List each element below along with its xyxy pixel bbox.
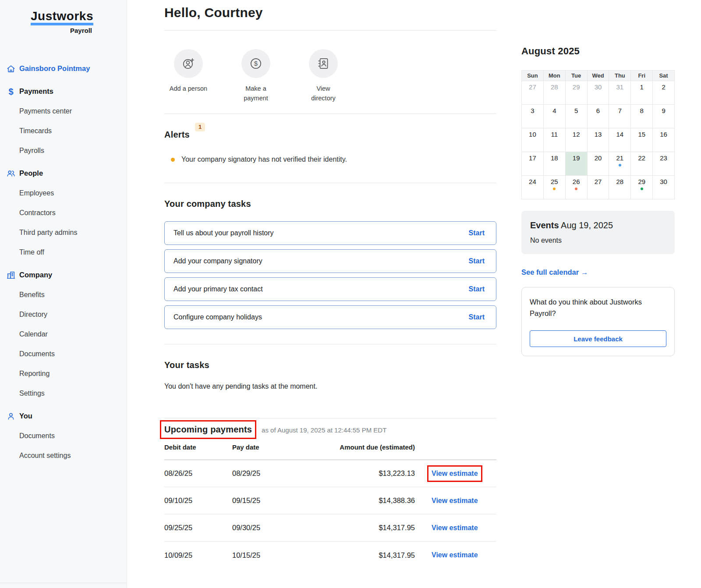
start-button[interactable]: Start: [469, 229, 485, 237]
divider: [164, 418, 496, 418]
sidebar-item-payments[interactable]: $Payments: [0, 81, 127, 101]
sidebar-item-account-settings[interactable]: Account settings: [0, 446, 127, 465]
company-task-card[interactable]: Add your company signatoryStart: [164, 249, 496, 273]
calendar-day[interactable]: 29: [565, 81, 587, 105]
see-full-calendar-link[interactable]: See full calendar →: [521, 268, 588, 276]
your-tasks-empty-message: You don't have any pending tasks at the …: [164, 383, 496, 390]
view-directory-button[interactable]: View directory: [299, 49, 347, 103]
sidebar-item-benefits[interactable]: Benefits: [0, 285, 127, 305]
calendar-day[interactable]: 13: [587, 128, 609, 152]
calendar-day[interactable]: 7: [609, 105, 631, 128]
calendar-day[interactable]: 17: [522, 152, 544, 176]
sidebar-item-company[interactable]: Company: [0, 265, 127, 285]
sidebar-item-employees[interactable]: Employees: [0, 183, 127, 203]
task-label: Add your primary tax contact: [173, 285, 263, 293]
calendar-day[interactable]: 22: [631, 152, 653, 176]
sidebar-item-payments-center[interactable]: Payments center: [0, 101, 127, 121]
sidebar-nav: Gainsboro Pointmay $PaymentsPayments cen…: [0, 59, 127, 465]
calendar-day[interactable]: 30: [653, 176, 675, 199]
calendar-day[interactable]: 28: [543, 81, 565, 105]
your-tasks-title: Your tasks: [164, 360, 496, 370]
feedback-question: What do you think about Justworks Payrol…: [530, 296, 666, 319]
start-button[interactable]: Start: [469, 257, 485, 265]
events-empty-message: No events: [530, 237, 666, 244]
view-estimate-link[interactable]: View estimate: [432, 497, 478, 505]
debit-date-cell: 10/09/25: [164, 551, 232, 560]
calendar-day[interactable]: 18: [543, 152, 565, 176]
calendar-day[interactable]: 9: [653, 105, 675, 128]
alerts-section: Alerts 1 Your company signatory has not …: [164, 114, 496, 163]
calendar-day[interactable]: 11: [543, 128, 565, 152]
calendar-day[interactable]: 27: [587, 176, 609, 199]
calendar-day[interactable]: 5: [565, 105, 587, 128]
calendar-day[interactable]: 1: [631, 81, 653, 105]
table-row: 09/10/2509/15/25$14,388.36View estimate: [164, 487, 496, 514]
company-tasks-section: Your company tasks Tell us about your pa…: [164, 199, 496, 329]
calendar-day[interactable]: 31: [609, 81, 631, 105]
justworks-logo[interactable]: Justworks: [31, 10, 93, 25]
amount-cell: $14,317.95: [336, 524, 415, 532]
calendar-day[interactable]: 14: [609, 128, 631, 152]
company-task-card[interactable]: Add your primary tax contactStart: [164, 277, 496, 301]
view-estimate-link[interactable]: View estimate: [432, 470, 478, 478]
upcoming-payments-section: Upcoming payments as of August 19, 2025 …: [164, 425, 496, 569]
sidebar-item-you[interactable]: You: [0, 406, 127, 426]
table-row: 10/09/2510/15/25$14,317.95View estimate: [164, 542, 496, 569]
sidebar-item-contractors[interactable]: Contractors: [0, 203, 127, 223]
company-task-card[interactable]: Configure company holidaysStart: [164, 305, 496, 329]
weekday-header: Fri: [631, 71, 653, 81]
calendar-day[interactable]: 24: [522, 176, 544, 199]
sidebar-item-people[interactable]: People: [0, 163, 127, 183]
calendar-day[interactable]: 15: [631, 128, 653, 152]
sidebar-item-documents[interactable]: Documents: [0, 426, 127, 446]
calendar-day[interactable]: 2: [653, 81, 675, 105]
column-header: Amount due (estimated): [336, 443, 415, 451]
sidebar-item-label: People: [19, 169, 43, 177]
task-label: Configure company holidays: [173, 313, 262, 321]
product-label: Payroll: [31, 27, 92, 34]
sidebar-item-third-party-admins[interactable]: Third party admins: [0, 223, 127, 242]
company-task-card[interactable]: Tell us about your payroll historyStart: [164, 221, 496, 245]
calendar-day[interactable]: 19: [565, 152, 587, 176]
calendar-day[interactable]: 21: [609, 152, 631, 176]
weekday-header: Thu: [609, 71, 631, 81]
sidebar-item-documents[interactable]: Documents: [0, 344, 127, 364]
main-content: Hello, Courtney Add a person$Make a paym…: [164, 0, 496, 569]
sidebar-item-time-off[interactable]: Time off: [0, 242, 127, 262]
start-button[interactable]: Start: [469, 285, 485, 293]
sidebar-item-label: Payments: [19, 87, 53, 96]
calendar-day[interactable]: 23: [653, 152, 675, 176]
weekday-header: Sat: [653, 71, 675, 81]
calendar-day[interactable]: 3: [522, 105, 544, 128]
person-icon: [6, 411, 16, 421]
leave-feedback-button[interactable]: Leave feedback: [530, 330, 666, 347]
calendar-day[interactable]: 25: [543, 176, 565, 199]
calendar-day[interactable]: 30: [587, 81, 609, 105]
sidebar-item-reporting[interactable]: Reporting: [0, 364, 127, 383]
calendar-title: August 2025: [521, 46, 675, 57]
building-icon: [6, 270, 16, 280]
calendar-day[interactable]: 16: [653, 128, 675, 152]
add-a-person-button[interactable]: Add a person: [164, 49, 212, 103]
calendar-day[interactable]: 6: [587, 105, 609, 128]
calendar-day[interactable]: 27: [522, 81, 544, 105]
sidebar-item-calendar[interactable]: Calendar: [0, 324, 127, 344]
calendar-day[interactable]: 12: [565, 128, 587, 152]
sidebar-item-directory[interactable]: Directory: [0, 305, 127, 324]
start-button[interactable]: Start: [469, 313, 485, 321]
sidebar-item-timecards[interactable]: Timecards: [0, 121, 127, 141]
make-a-payment-button[interactable]: $Make a payment: [232, 49, 280, 103]
calendar-day[interactable]: 28: [609, 176, 631, 199]
view-estimate-link[interactable]: View estimate: [432, 551, 478, 559]
sidebar-item-payrolls[interactable]: Payrolls: [0, 141, 127, 160]
calendar-day[interactable]: 20: [587, 152, 609, 176]
calendar-day[interactable]: 29: [631, 176, 653, 199]
calendar-day[interactable]: 10: [522, 128, 544, 152]
calendar-day[interactable]: 4: [543, 105, 565, 128]
calendar-day[interactable]: 8: [631, 105, 653, 128]
sidebar-item-company-home[interactable]: Gainsboro Pointmay: [0, 59, 127, 78]
pay-date-cell: 09/30/25: [232, 524, 336, 532]
sidebar-item-settings[interactable]: Settings: [0, 383, 127, 403]
calendar-day[interactable]: 26: [565, 176, 587, 199]
view-estimate-link[interactable]: View estimate: [432, 524, 478, 532]
